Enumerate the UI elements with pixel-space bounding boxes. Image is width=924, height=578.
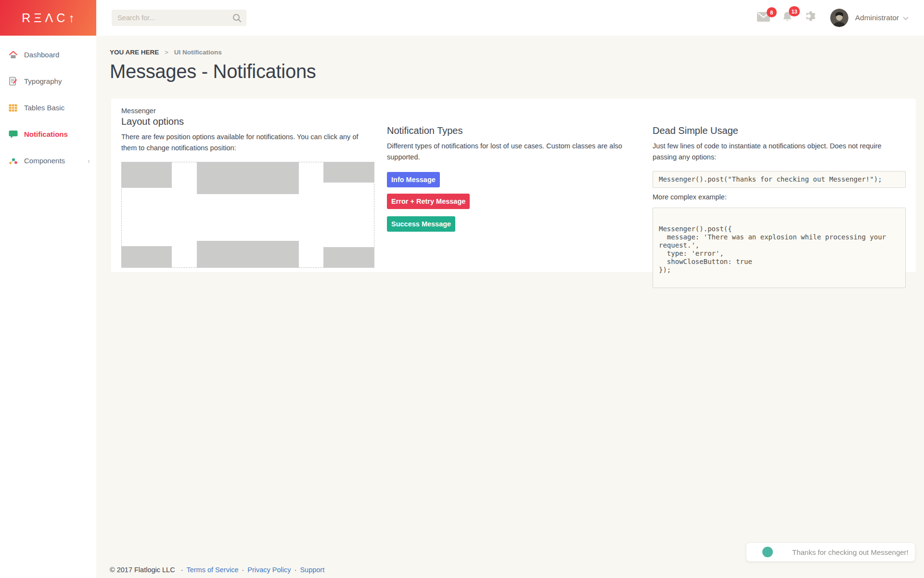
chevron-down-icon[interactable]	[903, 13, 909, 22]
toast-notification[interactable]: Thanks for checking out Messenger!	[746, 542, 915, 562]
copyright-text: © 2017 Flatlogic LLC	[110, 566, 175, 574]
header-actions: 8 13 Administrator	[757, 0, 909, 36]
typography-icon	[8, 77, 18, 86]
position-block-bottom-center[interactable]	[197, 241, 299, 268]
notifications-button[interactable]: 13	[782, 11, 793, 25]
sidebar-item-components[interactable]: Components ‹	[0, 147, 96, 174]
layout-options-heading: Layout options	[121, 116, 374, 127]
position-block-bottom-right[interactable]	[323, 247, 374, 268]
position-block-top-center[interactable]	[197, 162, 299, 194]
mail-badge: 8	[767, 7, 777, 17]
support-link[interactable]: Support	[300, 566, 324, 574]
code-snippet-complex: Messenger().post({ message: 'There was a…	[653, 208, 906, 288]
sidebar-item-label: Dashboard	[24, 51, 59, 59]
footer-separator: ·	[242, 566, 244, 574]
layout-options-description: There are few position options available…	[121, 131, 374, 154]
layout-options-column: Layout options There are few position op…	[121, 115, 374, 288]
more-example-label: More complex example:	[653, 193, 906, 201]
usage-column: Dead Simple Usage Just few lines of code…	[653, 115, 906, 288]
components-icon	[8, 157, 18, 165]
terms-of-service-link[interactable]: Terms of Service	[186, 566, 238, 574]
privacy-policy-link[interactable]: Privacy Policy	[247, 566, 291, 574]
position-block-top-right[interactable]	[323, 162, 374, 183]
position-block-top-left[interactable]	[121, 162, 172, 188]
card-label: Messenger	[121, 107, 906, 115]
breadcrumb: YOU ARE HERE > UI Notifications	[110, 49, 222, 56]
notification-types-description: Different types of notifications for los…	[387, 141, 640, 163]
app-logo[interactable]: RΞΛC↑	[0, 0, 96, 36]
chat-bubble-icon	[8, 130, 18, 139]
home-icon	[8, 51, 18, 59]
usage-heading: Dead Simple Usage	[653, 125, 906, 136]
sidebar: Dashboard Typography Tables Basic Notifi…	[0, 36, 96, 578]
sidebar-item-label: Components	[24, 157, 65, 165]
error-retry-message-button[interactable]: Error + Retry Message	[387, 194, 470, 209]
messenger-card: Messenger Layout options There are few p…	[111, 99, 916, 272]
footer-separator: ·	[295, 566, 297, 574]
search-icon[interactable]	[232, 13, 242, 23]
sidebar-item-typography[interactable]: Typography	[0, 68, 96, 94]
search-input[interactable]	[112, 14, 232, 22]
search-box	[112, 10, 246, 26]
notification-types-column: Notification Types Different types of no…	[387, 115, 640, 288]
sidebar-item-label: Tables Basic	[24, 104, 64, 112]
footer-separator: ·	[181, 566, 183, 574]
toast-message: Thanks for checking out Messenger!	[792, 548, 909, 556]
toast-status-dot	[762, 547, 773, 557]
success-message-button[interactable]: Success Message	[387, 216, 455, 232]
notification-position-grid	[121, 162, 374, 268]
sidebar-item-tables-basic[interactable]: Tables Basic	[0, 94, 96, 121]
table-icon	[8, 104, 18, 112]
breadcrumb-prefix: YOU ARE HERE	[110, 49, 159, 56]
app-logo-text: RΞΛC↑	[18, 11, 78, 25]
breadcrumb-separator: >	[165, 49, 168, 56]
main-content: YOU ARE HERE > UI Notifications Messages…	[96, 36, 924, 578]
info-message-button[interactable]: Info Message	[387, 172, 440, 187]
page-title: Messages - Notifications	[110, 61, 316, 82]
mail-button[interactable]: 8	[757, 12, 770, 24]
bell-badge: 13	[789, 6, 799, 16]
position-block-bottom-left[interactable]	[121, 246, 172, 268]
sidebar-item-label: Notifications	[24, 130, 68, 138]
user-avatar[interactable]	[830, 9, 848, 27]
sidebar-item-label: Typography	[24, 77, 62, 85]
settings-button[interactable]	[805, 11, 817, 25]
usage-description: Just few lines of code to instantiate a …	[653, 141, 906, 163]
breadcrumb-current: UI Notifications	[174, 49, 222, 56]
chevron-left-icon[interactable]: ‹	[88, 157, 90, 165]
sidebar-item-dashboard[interactable]: Dashboard	[0, 41, 96, 68]
notification-types-heading: Notification Types	[387, 125, 640, 136]
top-header: RΞΛC↑ 8 13	[0, 0, 924, 36]
gear-icon	[805, 11, 817, 25]
page-footer: © 2017 Flatlogic LLC·Terms of Service·Pr…	[110, 566, 324, 574]
sidebar-item-notifications[interactable]: Notifications	[0, 121, 96, 147]
code-snippet-simple: Messenger().post("Thanks for checking ou…	[653, 171, 906, 188]
user-menu[interactable]: Administrator	[855, 13, 899, 22]
